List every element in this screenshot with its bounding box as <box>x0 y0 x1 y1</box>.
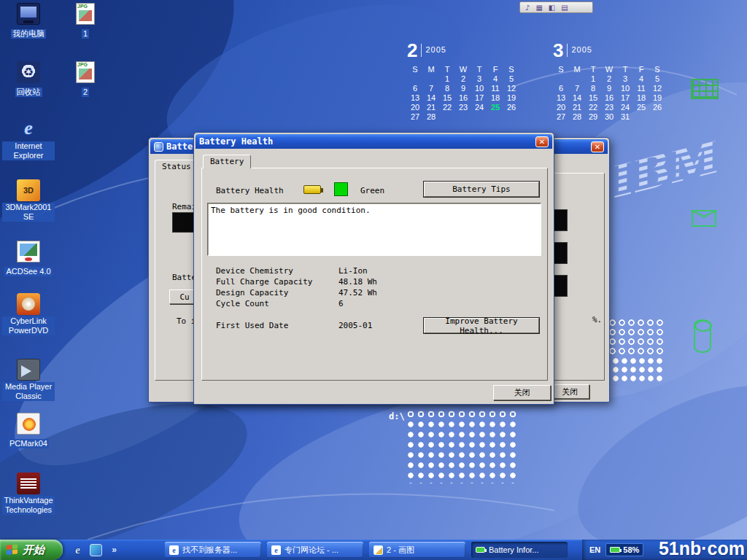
taskbar-task-battery-information[interactable]: Battery Infor... <box>471 542 568 558</box>
calendar-day: 30 <box>601 112 617 121</box>
calendar-day: 5 <box>649 74 665 83</box>
file-label: 1 <box>82 29 89 39</box>
calendar-day: 9 <box>601 83 617 93</box>
calendar-divider <box>567 44 568 57</box>
tab-status[interactable]: Status <box>155 160 198 174</box>
tray-battery-indicator[interactable]: 58% <box>605 543 643 556</box>
quick-launch: e » <box>69 540 123 560</box>
desktop-icon-pcmark04[interactable]: PCMark04 <box>1 413 55 449</box>
taskbar-task-paint[interactable]: 2 - 画图 <box>369 542 465 558</box>
remaining-gauge <box>172 212 194 233</box>
calendar-day-header: M <box>569 64 585 74</box>
desktop-icon-3dmark2001[interactable]: 3D 3DMark2001 SE <box>1 179 55 222</box>
osd-keyboard-icon: ▤ <box>561 4 568 12</box>
calendar-day: 18 <box>487 93 503 102</box>
calendar-day: 16 <box>455 93 471 102</box>
condition-text: The battery is in good condition. <box>211 206 371 215</box>
battery-health-titlebar[interactable]: Battery Health ✕ <box>196 134 552 149</box>
calendar-day: 5 <box>503 74 519 83</box>
close-icon[interactable]: ✕ <box>535 136 549 147</box>
desktop-icon-internet-explorer[interactable]: e Internet Explorer <box>1 118 55 161</box>
percent-text: %. <box>592 315 602 324</box>
calendar-header: 2 2005 <box>407 41 524 63</box>
desktop-icon-thinkvantage[interactable]: ThinkVantage Technologies <box>1 472 55 516</box>
language-indicator[interactable]: EN <box>589 545 600 554</box>
jpg-badge: JPG <box>77 4 88 9</box>
calendar-day: 1 <box>439 74 455 83</box>
calendar-march: 3 2005 SMTWTFS12345678910111213141516171… <box>553 41 670 121</box>
desktop-icon-recycle-bin[interactable]: ♻ 回收站 <box>1 61 55 98</box>
calendar-day <box>569 74 585 83</box>
taskbar-task-forum[interactable]: e 专门网论坛 - ... <box>267 542 363 558</box>
desktop: IBM d:\ 2 2005 SMTWTFS123456789101112131… <box>0 0 747 560</box>
calendar-day: 2 <box>601 74 617 83</box>
calendar-day: 13 <box>553 93 569 102</box>
calendar-day: 23 <box>455 102 471 112</box>
close-icon[interactable]: ✕ <box>591 141 604 152</box>
desktop-icon-media-player-classic[interactable]: Media Player Classic <box>1 359 55 402</box>
desktop-icon-label: 我的电脑 <box>11 29 46 39</box>
desktop-icon-label: ThinkVantage Technologies <box>2 496 55 515</box>
calendar-day: 17 <box>471 93 487 102</box>
improve-battery-health-button[interactable]: Improve Battery Health... <box>424 318 539 333</box>
osd-toolbar[interactable]: ♪ ▦ ◧ ▤ <box>519 1 593 13</box>
calendar-day: 20 <box>553 102 569 112</box>
calendar-grid: SMTWTFS123456789101112131415161718192021… <box>553 64 665 121</box>
quick-launch-chevron-icon[interactable]: » <box>108 544 120 556</box>
calendar-day: 28 <box>423 112 439 121</box>
wallpaper-battery-cylinder-icon <box>694 319 711 353</box>
close-button[interactable]: 关闭 <box>493 385 551 400</box>
calendar-day-header: T <box>585 64 601 74</box>
task-label: 专门网论坛 - ... <box>285 545 338 556</box>
health-status-text: Green <box>360 186 384 195</box>
watermark: 51nb·com <box>659 538 745 559</box>
taskbar-task-server-not-found[interactable]: e 找不到服务器... <box>165 542 261 558</box>
calendar-day: 27 <box>553 112 569 121</box>
calendar-day: 8 <box>585 83 601 93</box>
task-label: 2 - 画图 <box>387 545 414 556</box>
battery-tips-button[interactable]: Battery Tips <box>424 182 539 197</box>
calendar-day <box>503 112 519 121</box>
file-icon-2[interactable]: JPG 2 <box>64 61 107 98</box>
close-button[interactable]: 关闭 <box>550 384 589 399</box>
calendar-day: 20 <box>407 102 423 112</box>
wallpaper-dots-center-outline <box>406 409 518 419</box>
wallpaper-envelope-icon <box>692 210 716 227</box>
calendar-day: 19 <box>649 93 665 102</box>
osd-display-icon: ▦ <box>535 4 542 12</box>
calendar-day: 24 <box>617 102 633 112</box>
calendar-day <box>423 74 439 83</box>
dialog-system-icon <box>154 142 163 152</box>
calendar-day: 1 <box>585 74 601 83</box>
jpg-file-icon: JPG <box>76 61 95 83</box>
desktop-icon-label: Internet Explorer <box>2 141 55 160</box>
desktop-icon-label: CyberLink PowerDVD <box>2 316 55 335</box>
desktop-icon-powerdvd[interactable]: CyberLink PowerDVD <box>1 293 55 336</box>
tab-battery[interactable]: Battery <box>203 155 251 168</box>
start-label: 开始 <box>23 543 44 557</box>
calendar-day-header: S <box>553 64 569 74</box>
calendar-day: 26 <box>649 102 665 112</box>
windows-flag-icon <box>7 544 19 556</box>
desktop-icon-label: 回收站 <box>15 88 42 97</box>
battery-health-label: Battery Health <box>216 186 284 195</box>
desktop-icon-my-computer[interactable]: 我的电脑 <box>1 3 55 39</box>
health-status-indicator <box>334 182 348 196</box>
calendar-day <box>439 112 455 121</box>
tab-label: Status <box>162 162 191 171</box>
osd-volume-icon: ♪ <box>525 4 530 12</box>
field-label: Device Chemistry <box>216 266 293 276</box>
calendar-day: 27 <box>407 112 423 121</box>
calendar-day <box>487 112 503 121</box>
quick-launch-media-icon[interactable] <box>90 544 102 556</box>
paint-icon <box>374 545 383 555</box>
file-icon-1[interactable]: JPG 1 <box>64 3 107 39</box>
calendar-day <box>633 112 649 121</box>
calendar-day: 2 <box>455 74 471 83</box>
calendar-day: 21 <box>423 102 439 112</box>
start-button[interactable]: 开始 <box>0 540 63 560</box>
desktop-icon-acdsee[interactable]: ACDSee 4.0 <box>1 241 55 277</box>
condition-textbox[interactable]: The battery is in good condition. <box>207 203 541 256</box>
calendar-day: 15 <box>585 93 601 102</box>
quick-launch-ie-icon[interactable]: e <box>71 544 84 556</box>
